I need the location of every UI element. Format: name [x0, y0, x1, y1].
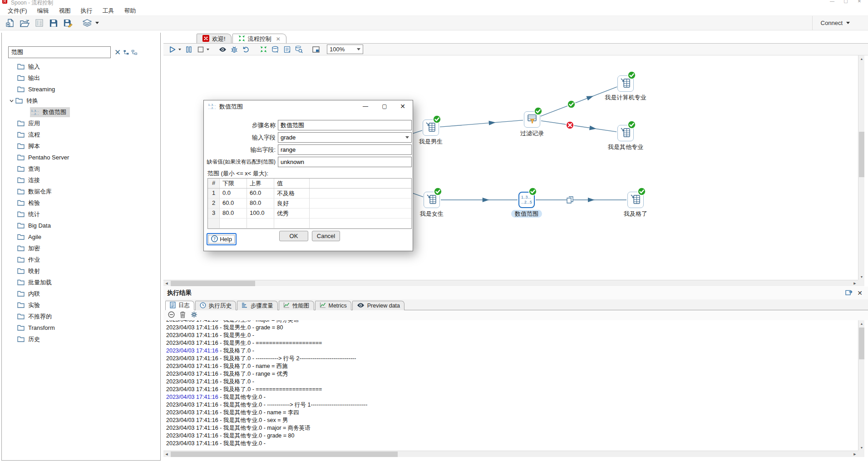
tree-item[interactable]: 流程 [2, 129, 160, 140]
replay-button[interactable] [241, 45, 252, 55]
tab-metrics[interactable]: Metrics [315, 301, 351, 310]
row-number-cell[interactable]: 1 [208, 189, 220, 198]
tree-item[interactable]: 数据仓库 [2, 186, 160, 197]
expand-all-icon[interactable] [123, 50, 129, 55]
input-field-combo[interactable] [278, 132, 412, 143]
combo-caret-icon[interactable] [404, 133, 411, 142]
value-cell[interactable]: 良好 [274, 199, 310, 208]
value-cell[interactable] [274, 219, 310, 228]
menu-file[interactable]: 文件(F) [3, 7, 32, 15]
open-in-window-icon[interactable] [845, 289, 853, 297]
clear-log-icon[interactable] [168, 311, 175, 319]
explore-database-button[interactable] [293, 45, 304, 55]
new-file-button[interactable] [4, 17, 16, 29]
dialog-minimize-button[interactable]: — [356, 100, 375, 112]
tab-performance-graph[interactable]: 性能图 [279, 301, 314, 310]
menu-help[interactable]: 帮助 [119, 7, 141, 15]
dialog-maximize-button[interactable]: ▢ [375, 100, 394, 112]
debug-button[interactable] [229, 45, 240, 55]
step-name-field[interactable] [278, 120, 412, 130]
upper-bound-cell[interactable]: 80.0 [247, 199, 274, 208]
run-options-caret-icon[interactable] [178, 49, 181, 50]
tab-execution-history[interactable]: 执行历史 [195, 301, 236, 310]
tree-item[interactable]: 实验 [2, 299, 160, 311]
menu-edit[interactable]: 编辑 [32, 7, 54, 15]
log-output[interactable]: 2023/04/03 17:41:16 - 我是男生.0 - major = 商… [163, 320, 858, 451]
tree-item[interactable]: 映射 [2, 265, 160, 277]
repository-explorer-button[interactable] [33, 17, 45, 29]
stop-button[interactable] [195, 45, 206, 55]
row-number-cell[interactable] [208, 219, 220, 228]
generate-sql-button[interactable] [281, 45, 292, 55]
tree-item[interactable]: 应用 [2, 118, 160, 129]
column-header[interactable]: 值 [274, 179, 310, 188]
tab-welcome[interactable]: 欢迎! [197, 34, 232, 44]
lower-bound-cell[interactable]: 0.0 [220, 189, 247, 198]
tree-item[interactable]: 不推荐的 [2, 311, 160, 322]
show-results-button[interactable] [311, 45, 321, 55]
tree-item[interactable]: 查询 [2, 163, 160, 174]
verify-transformation-button[interactable] [258, 45, 269, 55]
cancel-button[interactable]: Cancel [312, 231, 340, 241]
tree-item[interactable]: Big Data [2, 220, 160, 231]
value-cell[interactable]: 优秀 [274, 209, 310, 218]
log-settings-icon[interactable] [191, 311, 197, 319]
ranges-table[interactable]: ^#下限上界值10.060.0不及格260.080.0良好380.0100.0优… [207, 178, 412, 229]
upper-bound-cell[interactable] [247, 219, 274, 228]
value-cell[interactable]: 不及格 [274, 189, 310, 198]
tree-item[interactable]: 连接 [2, 174, 160, 186]
delete-log-icon[interactable] [180, 311, 186, 319]
run-button[interactable] [167, 45, 178, 55]
save-button[interactable] [47, 17, 60, 29]
menu-tools[interactable]: 工具 [98, 7, 119, 15]
canvas-horizontal-scrollbar[interactable]: ◀ ▶ [163, 280, 858, 286]
tree-item[interactable]: Agile [2, 231, 160, 243]
chevron-down-icon[interactable] [7, 99, 15, 102]
maximize-button[interactable]: ▢ [839, 0, 853, 4]
tree-item[interactable]: 历史 [2, 333, 160, 345]
clear-filter-icon[interactable]: ✕ [114, 48, 121, 57]
upper-bound-cell[interactable]: 60.0 [247, 189, 274, 198]
column-header[interactable]: 下限 [220, 179, 247, 188]
zoom-select[interactable]: 100% [327, 45, 363, 54]
close-results-icon[interactable]: ✕ [857, 289, 863, 297]
perspective-caret-icon[interactable] [95, 22, 99, 24]
upper-bound-cell[interactable]: 100.0 [247, 209, 274, 218]
log-horizontal-scrollbar[interactable]: ◀ ▶ [163, 451, 858, 457]
tab-log[interactable]: 日志 [165, 301, 194, 310]
tree-item[interactable]: 内联 [2, 288, 160, 299]
tree-item[interactable]: Pentaho Server [2, 152, 160, 163]
tree-item[interactable]: 输入 [2, 61, 160, 72]
close-button[interactable]: ✕ [853, 0, 866, 4]
tree-item[interactable]: 检验 [2, 197, 160, 209]
tree-item[interactable]: 作业 [2, 254, 160, 265]
column-header[interactable]: ^# [208, 179, 220, 188]
tab-step-metrics[interactable]: 步骤度量 [237, 301, 278, 310]
connect-button[interactable]: Connect [812, 16, 856, 30]
save-as-button[interactable] [62, 17, 74, 29]
tree-item[interactable]: Transform [2, 322, 160, 333]
perspective-button[interactable] [81, 17, 94, 29]
lower-bound-cell[interactable]: 60.0 [220, 199, 247, 208]
tree-item[interactable]: 脚本 [2, 140, 160, 152]
output-field-field[interactable] [278, 144, 412, 155]
preview-button[interactable] [217, 45, 228, 55]
row-number-cell[interactable]: 2 [208, 199, 220, 208]
steps-filter-input[interactable] [8, 46, 111, 58]
canvas-vertical-scrollbar[interactable]: ▲ ▼ [858, 55, 864, 280]
dialog-close-button[interactable]: ✕ [394, 100, 412, 112]
menu-view[interactable]: 视图 [54, 7, 76, 15]
log-vertical-scrollbar[interactable]: ▲ ▼ [858, 320, 864, 451]
tab-preview-data[interactable]: Preview data [352, 301, 404, 310]
tree-item[interactable]: 输出 [2, 72, 160, 84]
lower-bound-cell[interactable]: 80.0 [220, 209, 247, 218]
default-value-field[interactable] [278, 157, 412, 167]
impact-analysis-button[interactable] [270, 45, 281, 55]
tree-item[interactable]: 统计 [2, 209, 160, 220]
help-button[interactable]: ? Help [207, 233, 237, 245]
tree-item[interactable]: Streaming [2, 84, 160, 95]
tree-item[interactable]: 加密 [2, 243, 160, 254]
ok-button[interactable]: OK [279, 231, 308, 241]
tab-transformation[interactable]: 流程控制 ✕ [232, 34, 286, 44]
menu-run[interactable]: 执行 [76, 7, 98, 15]
